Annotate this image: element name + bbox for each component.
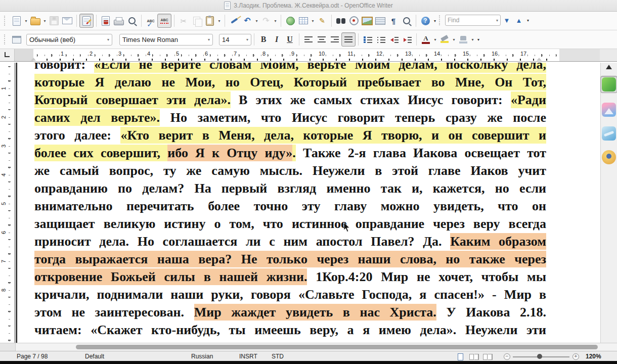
- zoom-slider-handle[interactable]: [537, 354, 542, 359]
- justify-button[interactable]: [341, 32, 356, 47]
- text-line[interactable]: внимательно перечитать более точно эту г…: [34, 197, 546, 215]
- find-next-button[interactable]: ▼: [501, 14, 513, 26]
- find-previous-button[interactable]: ▲: [513, 14, 525, 26]
- highlighting-button[interactable]: [438, 33, 451, 46]
- new-document-dropdown[interactable]: ▾: [23, 19, 29, 23]
- horizontal-scroll-thumb[interactable]: [76, 345, 598, 349]
- green-app-icon[interactable]: [602, 77, 616, 92]
- export-pdf-button[interactable]: [99, 14, 112, 27]
- page-number-indicator[interactable]: Page 7 / 98: [17, 353, 48, 360]
- underline-button[interactable]: U: [283, 33, 296, 46]
- text-line[interactable]: же самый вопрос, ту же самую мысль. Неуж…: [34, 162, 546, 179]
- print-button[interactable]: [112, 14, 125, 27]
- new-document-button[interactable]: [10, 14, 23, 27]
- text-line[interactable]: этого далее: «Кто верит в Меня, дела, ко…: [34, 126, 546, 144]
- paste-dropdown[interactable]: ▾: [216, 19, 222, 23]
- copy-button[interactable]: [190, 14, 203, 27]
- save-button[interactable]: [48, 14, 61, 27]
- navigator-button[interactable]: [347, 14, 361, 27]
- zoom-button[interactable]: [400, 14, 413, 27]
- edit-file-button[interactable]: [79, 14, 94, 28]
- bold-button[interactable]: B: [257, 33, 270, 46]
- text-line[interactable]: читаем: «Скажет кто-нибудь, ты имеешь ве…: [34, 321, 546, 339]
- highlighting-dropdown[interactable]: ▾: [451, 37, 457, 42]
- text-line[interactable]: тогда выражается наша вера? Не только че…: [34, 250, 546, 268]
- toolbar-overflow-button[interactable]: ▾: [477, 37, 479, 42]
- align-left-button[interactable]: [302, 33, 315, 46]
- page-style-indicator[interactable]: Default: [85, 353, 104, 360]
- background-color-button[interactable]: [457, 33, 470, 46]
- view-multi-page-button[interactable]: [469, 353, 474, 360]
- zoom-in-button[interactable]: +: [572, 353, 579, 360]
- zoom-level-indicator[interactable]: 120%: [586, 353, 601, 360]
- text-line[interactable]: Который совершает эти дела». В этих же с…: [34, 91, 546, 109]
- bullet-list-button[interactable]: [374, 33, 387, 46]
- indent-marker-right[interactable]: [537, 58, 542, 61]
- undo-dropdown[interactable]: ▾: [254, 19, 259, 23]
- scroll-up-arrow[interactable]: [606, 65, 612, 69]
- styles-panel-button[interactable]: [10, 33, 23, 46]
- toolbar-overflow-button[interactable]: ▾: [434, 19, 436, 23]
- photos-app-icon[interactable]: [602, 103, 616, 117]
- text-line[interactable]: самих дел верьте». Но заметим, что Иисус…: [34, 109, 546, 126]
- data-sources-button[interactable]: [374, 14, 387, 27]
- toolbar-drag-handle[interactable]: [4, 34, 7, 44]
- nonprinting-characters-button[interactable]: ¶: [387, 14, 400, 27]
- text-line[interactable]: этом не заинтересован. Мир жаждет увидет…: [34, 303, 546, 321]
- draw-functions-button[interactable]: ✎: [316, 14, 329, 27]
- font-name-combo[interactable]: Times New Roman ▾: [119, 34, 213, 46]
- horizontal-ruler[interactable]: 1234567891011121314151617: [0, 49, 617, 62]
- indent-marker-left[interactable]: [31, 58, 36, 61]
- font-size-combo[interactable]: 14 ▾: [219, 34, 251, 46]
- text-line[interactable]: защищает великую истину о том, что истин…: [34, 215, 546, 233]
- decrease-indent-button[interactable]: [387, 33, 401, 46]
- text-line[interactable]: которые Я делаю не Мои, но Отец, Который…: [34, 73, 546, 91]
- spelling-button[interactable]: ABC✓: [144, 14, 157, 27]
- tab-type-selector[interactable]: [0, 49, 15, 61]
- text-line[interactable]: кричали, поднимали наши руки, говоря «Сл…: [34, 286, 546, 303]
- redo-button[interactable]: ↷: [259, 14, 273, 27]
- view-book-button[interactable]: [483, 353, 488, 360]
- hyperlink-button[interactable]: [284, 14, 297, 27]
- find-toolbar-overflow[interactable]: ▾: [527, 18, 529, 23]
- table-button[interactable]: [297, 14, 310, 27]
- text-line[interactable]: откровение Божьей силы в нашей жизни. 1К…: [34, 268, 546, 286]
- app-icon-1-frame[interactable]: [600, 76, 617, 93]
- align-right-button[interactable]: [328, 33, 341, 46]
- open-dropdown[interactable]: ▾: [42, 19, 48, 23]
- email-document-button[interactable]: [61, 14, 74, 27]
- format-paintbrush-button[interactable]: [228, 14, 241, 27]
- horizontal-scrollbar[interactable]: [0, 343, 617, 351]
- text-line[interactable]: приносит дела. Но соглашается ли с ним а…: [34, 233, 546, 250]
- text-line[interactable]: говорит: «Если не верите словам Моим, ве…: [34, 63, 546, 73]
- find-replace-button[interactable]: [334, 14, 347, 27]
- undo-button[interactable]: ↶: [241, 14, 254, 27]
- gallery-button[interactable]: [361, 14, 374, 27]
- numbered-list-button[interactable]: [361, 33, 374, 46]
- toolbar-drag-handle[interactable]: [4, 16, 7, 26]
- round-badge-app-icon[interactable]: [602, 150, 616, 164]
- increase-indent-button[interactable]: [401, 33, 414, 46]
- background-color-dropdown[interactable]: ▾: [470, 37, 475, 42]
- vertical-scrollbar[interactable]: [600, 63, 617, 343]
- zoom-out-button[interactable]: −: [504, 353, 510, 360]
- view-single-page-button[interactable]: [458, 353, 463, 360]
- align-center-button[interactable]: [315, 33, 328, 46]
- blue-app-icon[interactable]: [602, 126, 616, 141]
- redo-dropdown[interactable]: ▾: [273, 19, 278, 23]
- insert-mode-indicator[interactable]: INSRT: [239, 353, 257, 360]
- find-input[interactable]: Find ▾: [445, 15, 501, 26]
- find-toolbar-handle[interactable]: [439, 15, 442, 25]
- auto-spellcheck-button[interactable]: ABC: [157, 14, 171, 28]
- italic-button[interactable]: I: [270, 33, 283, 46]
- cut-button[interactable]: ✂: [177, 14, 190, 27]
- selection-mode-indicator[interactable]: STD: [272, 353, 284, 360]
- font-color-button[interactable]: A: [419, 33, 432, 46]
- paste-button[interactable]: [203, 14, 216, 27]
- font-color-dropdown[interactable]: ▾: [432, 37, 438, 42]
- text-line[interactable]: оправданию по делам? На первый взгляд им…: [34, 179, 546, 197]
- document-text[interactable]: говорит: «Если не верите словам Моим, ве…: [34, 63, 546, 339]
- language-indicator[interactable]: Russian: [191, 353, 213, 360]
- paragraph-style-combo[interactable]: Обычный (веб) ▾: [26, 34, 112, 46]
- table-dropdown[interactable]: ▾: [310, 19, 316, 23]
